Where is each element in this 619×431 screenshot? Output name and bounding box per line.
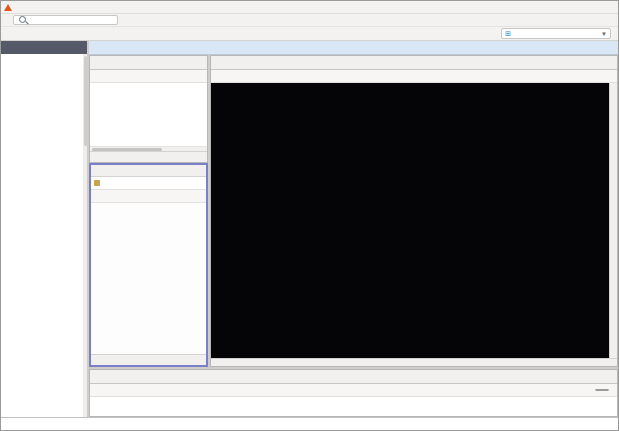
sources-tabs: [90, 56, 207, 70]
device-panel: [210, 55, 618, 367]
sources-bottom-tabs: [90, 151, 207, 162]
device-tabs: [211, 56, 617, 70]
flow-navigator: [1, 41, 89, 417]
sources-toolbar: [90, 70, 207, 83]
flow-navigator-scrollbar[interactable]: [83, 54, 87, 417]
property-table: [91, 203, 206, 354]
flow-navigator-body: [1, 54, 87, 417]
vivado-logo-icon: [4, 4, 12, 11]
vivado-window: { "window": { "title": "ZynqDesign - [C:…: [0, 0, 619, 431]
cell-name-row: [91, 177, 206, 190]
cell-icon: [94, 180, 100, 186]
main-row: [1, 41, 618, 417]
cell-properties-header[interactable]: [91, 165, 206, 177]
messages-toolbar: [90, 384, 617, 397]
device-toolbar: [211, 70, 617, 83]
messages-tabs: [90, 370, 617, 384]
left-column: [89, 55, 208, 367]
device-hscrollbar[interactable]: [211, 358, 617, 366]
cell-properties-toolbar: [91, 190, 206, 203]
flow-navigator-header[interactable]: [1, 41, 87, 54]
cell-properties-bottom-tabs: [91, 354, 206, 365]
chevron-down-icon: ▼: [601, 31, 607, 37]
title-bar: [1, 1, 618, 14]
implemented-design-header: [89, 41, 618, 55]
cell-properties-panel: [89, 163, 208, 367]
layout-icon: ⊞: [505, 30, 511, 38]
main-toolbar: ⊞ ▼: [1, 27, 618, 41]
quick-access-search[interactable]: [13, 15, 118, 25]
sources-panel: [89, 55, 208, 163]
device-canvas[interactable]: [211, 83, 609, 358]
workspace: [89, 41, 618, 417]
device-view-body: [211, 83, 617, 358]
sources-tree: [90, 83, 207, 146]
menu-bar: [1, 14, 618, 27]
show-all-button[interactable]: [595, 389, 609, 391]
messages-list: [90, 397, 617, 416]
search-icon: [19, 16, 28, 25]
layout-selector[interactable]: ⊞ ▼: [501, 28, 611, 39]
messages-panel: [89, 369, 618, 417]
device-vscrollbar[interactable]: [609, 83, 617, 358]
sources-hscrollbar[interactable]: [90, 146, 207, 151]
content-area: [89, 55, 618, 367]
status-bar: [1, 417, 618, 431]
